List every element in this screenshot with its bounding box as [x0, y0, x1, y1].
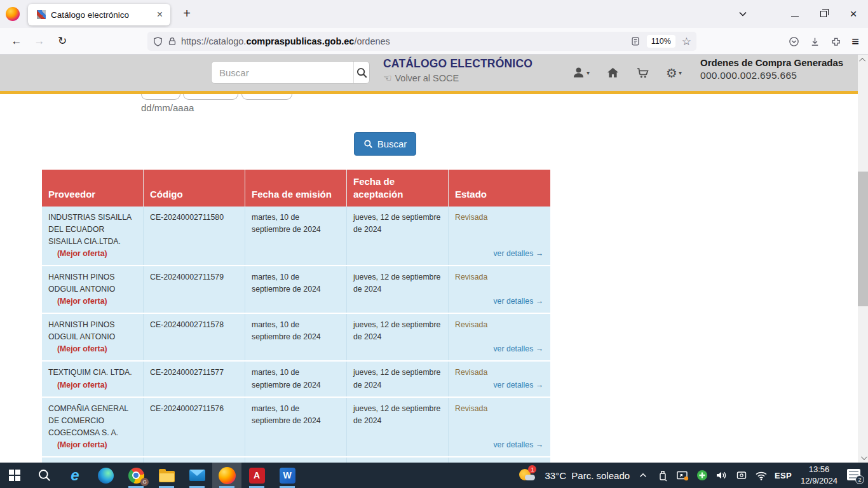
language-indicator[interactable]: ESP	[775, 471, 792, 480]
reader-mode-icon[interactable]	[630, 36, 641, 46]
extensions-puzzle-icon[interactable]	[831, 36, 841, 47]
orders-generated-label: Ordenes de Compra Generadas	[700, 57, 843, 68]
clock[interactable]: 13:56 12/9/2024	[799, 464, 839, 487]
firefox-button[interactable]	[212, 463, 241, 488]
screen: Catálogo electrónico × + × ← → ↻ https:/…	[0, 0, 868, 488]
arrow-right-icon: →	[536, 344, 543, 353]
issue-date: martes, 10 de septiembre de 2024	[245, 362, 347, 396]
weather-text[interactable]: 33°C Parc. soleado	[545, 470, 630, 481]
issue-date: martes, 10 de septiembre de 2024	[245, 314, 347, 360]
home-button[interactable]	[606, 66, 620, 79]
browser-tab[interactable]: Catálogo electrónico ×	[28, 4, 170, 25]
status-label: Revisada	[455, 271, 543, 283]
provider-name: COMPAÑIA GENERAL DE COMERCIO COGECOMSA S…	[48, 404, 128, 437]
cutoff-filter-field[interactable]	[141, 94, 180, 100]
scrollbar-thumb[interactable]	[858, 172, 868, 306]
reload-button[interactable]: ↻	[52, 32, 72, 51]
clock-time: 13:56	[799, 464, 839, 475]
url-text: https://catalogo.compraspublicas.gob.ec/…	[181, 36, 390, 46]
window-close-button[interactable]: ×	[839, 0, 868, 28]
provider-name: HARNISTH PINOS ODGUIL ANTONIO	[48, 320, 115, 341]
date-input[interactable]: dd/mm/aaaa	[141, 102, 194, 113]
bookmark-star-icon[interactable]: ☆	[682, 36, 691, 47]
file-explorer-button[interactable]	[151, 463, 182, 488]
pocket-icon[interactable]	[789, 36, 799, 47]
provider-name: INDUSTRIAS SISAILLA DEL ECUADOR SISAILLA…	[48, 213, 132, 246]
wifi-icon[interactable]	[755, 468, 768, 483]
best-offer-label: (Mejor oferta)	[57, 295, 107, 308]
cart-button[interactable]	[636, 66, 649, 79]
notification-center-button[interactable]: 2	[846, 467, 863, 484]
edge-button[interactable]	[90, 463, 121, 488]
screen-share-icon[interactable]	[676, 468, 689, 483]
new-tab-button[interactable]: +	[178, 5, 196, 23]
col-estado: Estado	[449, 170, 550, 207]
settings-gear-button[interactable]: ⚙ ▾	[666, 67, 682, 79]
gear-icon: ⚙	[666, 67, 677, 79]
scrollbar-down-arrow[interactable]	[858, 452, 868, 463]
acrobat-icon: A	[249, 468, 265, 484]
back-button[interactable]: ←	[6, 32, 27, 51]
browser-navbar: ← → ↻ https://catalogo.compraspublicas.g…	[0, 28, 868, 55]
chevron-down-icon: ▾	[679, 69, 682, 76]
cloud-icon	[525, 475, 535, 480]
firefox-icon	[219, 467, 236, 484]
catalog-search-input[interactable]	[212, 62, 353, 83]
status-label: Revisada	[455, 319, 543, 331]
lock-icon[interactable]	[167, 36, 177, 46]
folder-icon	[159, 471, 175, 482]
window-restore-button[interactable]	[810, 0, 837, 28]
forward-button[interactable]: →	[29, 32, 50, 51]
tab-close-icon[interactable]: ×	[154, 9, 165, 20]
arrow-right-icon: →	[536, 381, 543, 390]
weather-widget[interactable]: 1	[519, 466, 538, 484]
user-menu-button[interactable]: ▾	[572, 66, 590, 79]
internet-explorer-button[interactable]: e	[60, 463, 90, 488]
cutoff-filter-field[interactable]	[183, 94, 238, 100]
zoom-level-button[interactable]: 110%	[647, 35, 675, 48]
order-code: CE-20240002711579	[144, 266, 245, 313]
buscar-button[interactable]: Buscar	[354, 132, 416, 156]
url-bar[interactable]: https://catalogo.compraspublicas.gob.ec/…	[147, 32, 696, 51]
start-button[interactable]	[0, 463, 29, 488]
page-content: dd/mm/aaaa Buscar Proveedor Código Fecha…	[0, 94, 858, 463]
acrobat-button[interactable]: A	[241, 463, 272, 488]
page-scrollbar[interactable]	[858, 55, 868, 463]
ver-detalles-link[interactable]: ver detalles →	[493, 439, 543, 451]
scrollbar-up-arrow[interactable]	[858, 55, 868, 65]
window-minimize-button[interactable]	[782, 0, 808, 28]
menu-hamburger-icon[interactable]: ≡	[851, 35, 859, 48]
chrome-button[interactable]: G	[121, 463, 151, 488]
acceptance-date: jueves, 12 de septiembre de 2024	[347, 398, 449, 456]
acceptance-date: jueves, 12 de septiembre de 2024	[347, 314, 449, 360]
tab-list-chevron-icon[interactable]	[731, 0, 755, 28]
cutoff-filter-field[interactable]	[241, 94, 292, 100]
order-code: CE-20240002711577	[144, 362, 245, 396]
table-row: HARNISTH PINOS ODGUIL ANTONIO (Mejor ofe…	[42, 314, 550, 362]
display-icon[interactable]	[735, 468, 748, 483]
weather-badge: 1	[528, 465, 536, 473]
volume-icon[interactable]	[715, 468, 728, 483]
antivirus-icon[interactable]	[696, 468, 709, 483]
windows-logo-icon	[9, 470, 20, 481]
volver-al-soce-link[interactable]: ☜ Volver al SOCE	[383, 72, 532, 84]
ver-detalles-link[interactable]: ver detalles →	[493, 343, 543, 355]
usb-icon[interactable]	[656, 468, 669, 483]
shield-icon[interactable]	[153, 36, 163, 47]
site-header: CATÁLOGO ELECTRÓNICO ☜ Volver al SOCE ▾ …	[0, 55, 858, 91]
mail-button[interactable]	[182, 463, 212, 488]
estado-cell: Revisadaver detalles →	[449, 266, 550, 313]
acceptance-date: jueves, 12 de septiembre de 2024	[347, 266, 449, 313]
tab-title: Catálogo electrónico	[51, 10, 154, 20]
acceptance-date: jueves, 12 de septiembre de 2024	[347, 207, 449, 265]
ver-detalles-link[interactable]: ver detalles →	[493, 248, 543, 260]
download-icon[interactable]	[810, 36, 820, 47]
taskbar: e G A W 1 33°C Parc. soleado	[0, 463, 868, 488]
tray-chevron-up-icon[interactable]	[637, 468, 649, 483]
catalog-search-button[interactable]	[353, 62, 369, 83]
ver-detalles-link[interactable]: ver detalles →	[493, 379, 543, 391]
taskbar-search-button[interactable]	[29, 463, 60, 488]
word-button[interactable]: W	[272, 463, 302, 488]
ver-detalles-link[interactable]: ver detalles →	[493, 295, 543, 308]
chevron-down-icon: ▾	[587, 69, 590, 76]
